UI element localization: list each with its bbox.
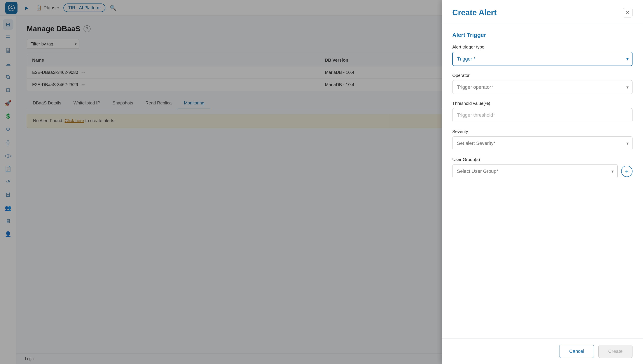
trigger-type-select[interactable]: Trigger * [452, 52, 632, 66]
user-group-form-group: User Group(s) Select User Group* ▾ + [452, 157, 632, 178]
threshold-input[interactable] [452, 108, 632, 122]
user-group-label: User Group(s) [452, 157, 632, 162]
threshold-label: Threshold value(%) [452, 101, 632, 106]
operator-label: Operator [452, 73, 632, 78]
modal-title: Create Alert [452, 8, 497, 17]
create-alert-modal: Create Alert ✕ Alert Trigger Alert trigg… [442, 0, 643, 364]
modal-body: Alert Trigger Alert trigger type Trigger… [442, 24, 643, 338]
threshold-group: Threshold value(%) [452, 101, 632, 122]
create-button[interactable]: Create [598, 345, 632, 358]
severity-label: Severity [452, 129, 632, 134]
trigger-type-label: Alert trigger type [452, 44, 632, 50]
user-group-select[interactable]: Select User Group* [452, 164, 618, 178]
severity-group: Severity Set alert Severity* ▾ [452, 129, 632, 150]
modal-header: Create Alert ✕ [442, 0, 643, 24]
operator-select[interactable]: Trigger operator* [452, 80, 632, 94]
operator-group: Operator Trigger operator* ▾ [452, 73, 632, 94]
modal-footer: Cancel Create [442, 338, 643, 364]
modal-close-button[interactable]: ✕ [623, 8, 632, 18]
cancel-button[interactable]: Cancel [559, 345, 594, 358]
alert-trigger-section-title: Alert Trigger [452, 32, 632, 38]
trigger-type-group: Alert trigger type Trigger * ▾ [452, 44, 632, 66]
add-user-group-button[interactable]: + [621, 166, 632, 177]
severity-select[interactable]: Set alert Severity* [452, 136, 632, 150]
